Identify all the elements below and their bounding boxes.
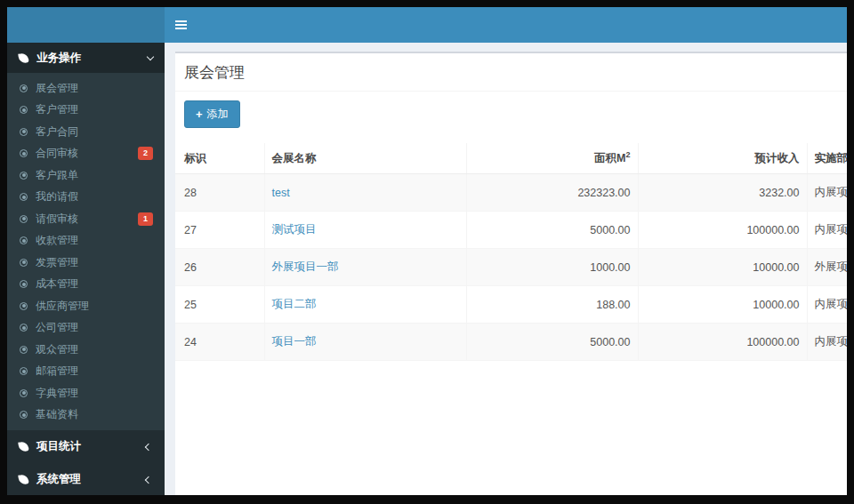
cell-area: 5000.00: [466, 212, 638, 249]
circle-icon: [20, 193, 28, 201]
circle-icon: [20, 236, 28, 244]
column-header-income: 预计收入: [638, 143, 807, 174]
exhibition-link[interactable]: 外展项目一部: [272, 260, 339, 273]
content-box: 展会管理 + 添加 标识: [175, 52, 847, 495]
table-row: 26 外展项目一部 1000.00 10000.00 外展项目: [175, 249, 847, 286]
leaf-icon: [18, 52, 28, 63]
circle-icon: [20, 128, 28, 136]
cell-area: 5000.00: [466, 324, 638, 361]
circle-icon: [20, 411, 28, 419]
sidebar-item-customer-mgmt[interactable]: 客户管理: [7, 100, 165, 122]
sidebar-item-contract-review[interactable]: 合同审核 2: [7, 143, 165, 165]
sidebar-submenu: 展会管理 客户管理 客户合同 合同审核 2 客户跟单: [7, 73, 165, 430]
sidebar-item-cost-mgmt[interactable]: 成本管理: [7, 274, 165, 296]
table-row: 27 测试项目 5000.00 100000.00 内展项目: [175, 212, 847, 249]
exhibition-link[interactable]: test: [272, 187, 290, 199]
exhibition-link[interactable]: 项目二部: [272, 298, 317, 310]
cell-income: 10000.00: [638, 286, 807, 324]
exhibition-link[interactable]: 测试项目: [272, 223, 317, 236]
cell-income: 10000.00: [638, 249, 807, 286]
cell-name: test: [264, 174, 466, 212]
table-row: 28 test 232323.00 3232.00 内展项目: [175, 174, 847, 212]
circle-icon: [20, 367, 28, 375]
circle-icon: [20, 389, 28, 397]
content-area: 展会管理 + 添加 标识: [165, 43, 847, 495]
sidebar-item-invoice-mgmt[interactable]: 发票管理: [7, 252, 165, 274]
count-badge: 1: [138, 212, 153, 226]
box-header: 展会管理: [175, 53, 847, 92]
table-row: 25 项目二部 188.00 10000.00 内展项目: [175, 286, 847, 324]
sidebar-item-company-mgmt[interactable]: 公司管理: [7, 317, 165, 340]
cell-name: 项目一部: [264, 324, 466, 361]
count-badge: 2: [138, 147, 153, 160]
circle-icon: [20, 149, 28, 157]
cell-income: 100000.00: [638, 324, 807, 361]
circle-icon: [20, 259, 28, 267]
cell-id: 26: [175, 249, 264, 286]
toolbar: + 添加: [175, 92, 847, 137]
cell-id: 25: [175, 286, 264, 324]
cell-dept: 外展项目: [807, 249, 847, 286]
chevron-left-icon: [145, 476, 152, 483]
chevron-down-icon: [147, 52, 154, 60]
sidebar-item-mailbox-mgmt[interactable]: 邮箱管理: [7, 361, 165, 383]
sidebar-section-label: 项目统计: [36, 439, 81, 454]
sidebar-item-audience-mgmt[interactable]: 观众管理: [7, 339, 165, 361]
sidebar-toggle-hamburger-icon[interactable]: [173, 12, 200, 38]
cell-income: 100000.00: [638, 212, 807, 249]
plus-icon: +: [196, 108, 203, 120]
cell-dept: 内展项目: [807, 212, 847, 249]
sidebar-item-dictionary-mgmt[interactable]: 字典管理: [7, 382, 165, 404]
cell-id: 28: [175, 174, 264, 212]
circle-icon: [20, 302, 28, 310]
leaf-icon: [18, 474, 28, 484]
sidebar-item-supplier-mgmt[interactable]: 供应商管理: [7, 295, 165, 317]
circle-icon: [20, 106, 28, 114]
circle-icon: [20, 84, 28, 92]
table-row: 24 项目一部 5000.00 100000.00 内展项目: [175, 324, 847, 361]
logo-area: [7, 7, 165, 43]
sidebar: 业务操作 展会管理 客户管理 客户合同 合同审核: [7, 43, 165, 495]
circle-icon: [20, 280, 28, 288]
sidebar-section-label: 系统管理: [36, 472, 81, 487]
cell-income: 3232.00: [638, 174, 807, 212]
cell-dept: 内展项目: [807, 174, 847, 212]
exhibition-link[interactable]: 项目一部: [272, 335, 317, 348]
sidebar-section-system-mgmt[interactable]: 系统管理: [7, 463, 165, 495]
circle-icon: [20, 215, 28, 223]
cell-dept: 内展项目: [807, 324, 847, 361]
table-header-row: 标识 会展名称 面积M2 预计收入 实施部门: [175, 143, 847, 174]
sidebar-item-payment-mgmt[interactable]: 收款管理: [7, 230, 165, 252]
circle-icon: [20, 346, 28, 354]
sidebar-item-customer-contract[interactable]: 客户合同: [7, 121, 165, 143]
cell-name: 项目二部: [264, 286, 466, 324]
leaf-icon: [18, 441, 28, 452]
cell-id: 27: [175, 212, 264, 249]
cell-name: 外展项目一部: [264, 249, 466, 286]
app-window: 业务操作 展会管理 客户管理 客户合同 合同审核: [7, 7, 847, 495]
cell-area: 232323.00: [466, 174, 638, 212]
circle-icon: [20, 324, 28, 332]
sidebar-section-label: 业务操作: [36, 51, 81, 66]
sidebar-section-business-ops[interactable]: 业务操作: [7, 43, 165, 73]
column-header-name: 会展名称: [264, 143, 466, 174]
sidebar-item-exhibition-mgmt[interactable]: 展会管理: [7, 77, 165, 100]
column-header-area: 面积M2: [466, 143, 638, 174]
chevron-left-icon: [145, 443, 152, 450]
cell-area: 1000.00: [466, 249, 638, 286]
cell-id: 24: [175, 324, 264, 361]
sidebar-item-my-leave[interactable]: 我的请假: [7, 187, 165, 209]
top-bar: [7, 7, 847, 43]
sidebar-item-customer-followup[interactable]: 客户跟单: [7, 164, 165, 187]
exhibition-table: 标识 会展名称 面积M2 预计收入 实施部门 28 test 2: [175, 143, 847, 361]
sidebar-section-project-stats[interactable]: 项目统计: [7, 430, 165, 463]
add-button[interactable]: + 添加: [184, 100, 240, 128]
sidebar-item-basic-data[interactable]: 基础资料: [7, 404, 165, 427]
sidebar-item-leave-review[interactable]: 请假审核 1: [7, 208, 165, 230]
cell-name: 测试项目: [264, 212, 466, 249]
navbar: [165, 7, 847, 43]
page-title: 展会管理: [184, 64, 245, 81]
cell-dept: 内展项目: [807, 286, 847, 324]
column-header-id: 标识: [175, 143, 264, 174]
cell-area: 188.00: [466, 286, 638, 324]
